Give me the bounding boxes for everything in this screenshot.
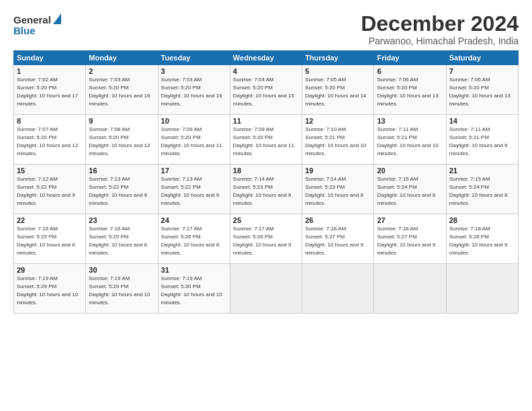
- week-row-5: 29Sunrise: 7:19 AMSunset: 5:29 PMDayligh…: [14, 264, 519, 314]
- day-detail: Sunrise: 7:17 AMSunset: 5:26 PMDaylight:…: [161, 226, 220, 255]
- calendar-cell: 29Sunrise: 7:19 AMSunset: 5:29 PMDayligh…: [14, 264, 86, 314]
- header: General Blue December 2024 Parwanoo, Him…: [13, 12, 519, 46]
- day-detail: Sunrise: 7:18 AMSunset: 5:27 PMDaylight:…: [305, 226, 363, 255]
- day-detail: Sunrise: 7:07 AMSunset: 5:20 PMDaylight:…: [17, 126, 78, 156]
- day-detail: Sunrise: 7:02 AMSunset: 5:20 PMDaylight:…: [17, 77, 78, 106]
- day-number: 22: [17, 216, 83, 224]
- day-detail: Sunrise: 7:03 AMSunset: 5:20 PMDaylight:…: [161, 77, 222, 106]
- day-detail: Sunrise: 7:13 AMSunset: 5:22 PMDaylight:…: [161, 176, 220, 205]
- day-number: 18: [233, 167, 299, 175]
- week-row-2: 8Sunrise: 7:07 AMSunset: 5:20 PMDaylight…: [14, 115, 519, 165]
- week-row-3: 15Sunrise: 7:12 AMSunset: 5:22 PMDayligh…: [14, 165, 519, 214]
- calendar-cell: 21Sunrise: 7:15 AMSunset: 5:24 PMDayligh…: [446, 165, 518, 214]
- calendar-cell: 15Sunrise: 7:12 AMSunset: 5:22 PMDayligh…: [14, 165, 86, 214]
- day-detail: Sunrise: 7:15 AMSunset: 5:24 PMDaylight:…: [449, 176, 508, 205]
- logo-text-blue: Blue: [13, 25, 36, 36]
- day-number: 14: [449, 117, 515, 125]
- day-detail: Sunrise: 7:11 AMSunset: 5:21 PMDaylight:…: [449, 126, 508, 156]
- calendar-cell: 16Sunrise: 7:13 AMSunset: 5:22 PMDayligh…: [86, 165, 158, 214]
- day-number: 31: [161, 266, 227, 274]
- page: General Blue December 2024 Parwanoo, Him…: [0, 0, 532, 411]
- day-detail: Sunrise: 7:09 AMSunset: 5:20 PMDaylight:…: [161, 126, 222, 156]
- calendar-cell: 30Sunrise: 7:19 AMSunset: 5:29 PMDayligh…: [86, 264, 158, 314]
- day-number: 30: [89, 266, 154, 274]
- header-row: Sunday Monday Tuesday Wednesday Thursday…: [14, 51, 519, 65]
- day-number: 23: [89, 216, 154, 224]
- calendar-cell: 2Sunrise: 7:03 AMSunset: 5:20 PMDaylight…: [86, 65, 158, 115]
- day-number: 19: [305, 167, 371, 175]
- day-number: 7: [449, 67, 515, 75]
- col-thursday: Thursday: [302, 51, 374, 65]
- logo: General Blue: [13, 12, 61, 36]
- day-number: 4: [233, 67, 299, 75]
- col-friday: Friday: [374, 51, 446, 65]
- calendar-cell: 13Sunrise: 7:11 AMSunset: 5:21 PMDayligh…: [374, 115, 446, 165]
- day-detail: Sunrise: 7:12 AMSunset: 5:22 PMDaylight:…: [17, 176, 75, 205]
- week-row-4: 22Sunrise: 7:16 AMSunset: 5:25 PMDayligh…: [14, 214, 519, 264]
- day-detail: Sunrise: 7:17 AMSunset: 5:26 PMDaylight:…: [233, 226, 292, 255]
- day-detail: Sunrise: 7:18 AMSunset: 5:27 PMDaylight:…: [377, 226, 435, 255]
- day-number: 20: [377, 167, 443, 175]
- day-number: 8: [17, 117, 83, 125]
- day-detail: Sunrise: 7:13 AMSunset: 5:22 PMDaylight:…: [89, 176, 147, 205]
- calendar-cell: 31Sunrise: 7:19 AMSunset: 5:30 PMDayligh…: [158, 264, 230, 314]
- day-number: 1: [17, 67, 83, 75]
- week-row-1: 1Sunrise: 7:02 AMSunset: 5:20 PMDaylight…: [14, 65, 519, 115]
- logo-triangle-icon: [53, 13, 61, 27]
- calendar-cell: 18Sunrise: 7:14 AMSunset: 5:23 PMDayligh…: [230, 165, 302, 214]
- day-number: 16: [89, 167, 154, 175]
- calendar-cell: 26Sunrise: 7:18 AMSunset: 5:27 PMDayligh…: [302, 214, 374, 264]
- day-number: 2: [89, 67, 154, 75]
- calendar-cell: 4Sunrise: 7:04 AMSunset: 5:20 PMDaylight…: [230, 65, 302, 115]
- day-detail: Sunrise: 7:16 AMSunset: 5:25 PMDaylight:…: [17, 226, 75, 255]
- day-number: 6: [377, 67, 443, 75]
- day-detail: Sunrise: 7:10 AMSunset: 5:21 PMDaylight:…: [305, 126, 366, 156]
- day-number: 24: [161, 216, 227, 224]
- calendar-cell: 17Sunrise: 7:13 AMSunset: 5:22 PMDayligh…: [158, 165, 230, 214]
- col-saturday: Saturday: [446, 51, 518, 65]
- calendar-cell: 7Sunrise: 7:06 AMSunset: 5:20 PMDaylight…: [446, 65, 518, 115]
- day-detail: Sunrise: 7:11 AMSunset: 5:21 PMDaylight:…: [377, 126, 438, 156]
- day-detail: Sunrise: 7:06 AMSunset: 5:20 PMDaylight:…: [377, 77, 438, 106]
- svg-marker-0: [53, 13, 61, 24]
- calendar-table: Sunday Monday Tuesday Wednesday Thursday…: [13, 50, 519, 314]
- logo-text-general: General: [13, 14, 51, 26]
- title-block: December 2024 Parwanoo, Himachal Pradesh…: [361, 12, 519, 46]
- col-wednesday: Wednesday: [230, 51, 302, 65]
- day-detail: Sunrise: 7:03 AMSunset: 5:20 PMDaylight:…: [89, 77, 150, 106]
- day-number: 15: [17, 167, 83, 175]
- col-tuesday: Tuesday: [158, 51, 230, 65]
- calendar-subtitle: Parwanoo, Himachal Pradesh, India: [361, 36, 519, 46]
- calendar-cell: 8Sunrise: 7:07 AMSunset: 5:20 PMDaylight…: [14, 115, 86, 165]
- day-detail: Sunrise: 7:08 AMSunset: 5:20 PMDaylight:…: [89, 126, 150, 156]
- calendar-cell: 19Sunrise: 7:14 AMSunset: 5:23 PMDayligh…: [302, 165, 374, 214]
- calendar-title: December 2024: [361, 12, 519, 36]
- day-number: 12: [305, 117, 371, 125]
- day-detail: Sunrise: 7:15 AMSunset: 5:24 PMDaylight:…: [377, 176, 435, 205]
- day-number: 5: [305, 67, 371, 75]
- calendar-cell: 9Sunrise: 7:08 AMSunset: 5:20 PMDaylight…: [86, 115, 158, 165]
- day-detail: Sunrise: 7:16 AMSunset: 5:25 PMDaylight:…: [89, 226, 147, 255]
- day-number: 21: [449, 167, 515, 175]
- calendar-cell: 3Sunrise: 7:03 AMSunset: 5:20 PMDaylight…: [158, 65, 230, 115]
- day-number: 3: [161, 67, 227, 75]
- calendar-cell: 28Sunrise: 7:18 AMSunset: 5:28 PMDayligh…: [446, 214, 518, 264]
- calendar-cell: 1Sunrise: 7:02 AMSunset: 5:20 PMDaylight…: [14, 65, 86, 115]
- calendar-cell: [230, 264, 302, 314]
- calendar-cell: [302, 264, 374, 314]
- day-detail: Sunrise: 7:05 AMSunset: 5:20 PMDaylight:…: [305, 77, 366, 106]
- day-detail: Sunrise: 7:09 AMSunset: 5:20 PMDaylight:…: [233, 126, 294, 156]
- calendar-cell: 25Sunrise: 7:17 AMSunset: 5:26 PMDayligh…: [230, 214, 302, 264]
- calendar-cell: 23Sunrise: 7:16 AMSunset: 5:25 PMDayligh…: [86, 214, 158, 264]
- day-detail: Sunrise: 7:14 AMSunset: 5:23 PMDaylight:…: [233, 176, 292, 205]
- calendar-cell: 20Sunrise: 7:15 AMSunset: 5:24 PMDayligh…: [374, 165, 446, 214]
- day-number: 27: [377, 216, 443, 224]
- day-number: 11: [233, 117, 299, 125]
- calendar-cell: [446, 264, 518, 314]
- calendar-cell: 27Sunrise: 7:18 AMSunset: 5:27 PMDayligh…: [374, 214, 446, 264]
- calendar-cell: 10Sunrise: 7:09 AMSunset: 5:20 PMDayligh…: [158, 115, 230, 165]
- day-number: 25: [233, 216, 299, 224]
- calendar-cell: 11Sunrise: 7:09 AMSunset: 5:20 PMDayligh…: [230, 115, 302, 165]
- day-number: 28: [449, 216, 515, 224]
- day-detail: Sunrise: 7:19 AMSunset: 5:29 PMDaylight:…: [89, 275, 150, 305]
